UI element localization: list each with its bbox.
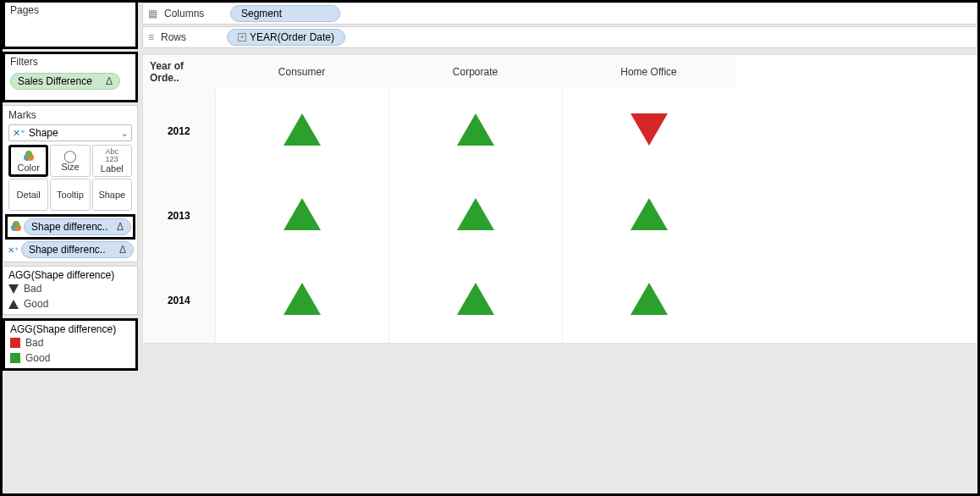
- mark-type-dropdown[interactable]: ✕⁺ Shape ⌄: [8, 124, 132, 141]
- mark-cell-detail-label: Detail: [17, 190, 41, 200]
- mark-type-label: Shape: [29, 127, 121, 139]
- row-axis-title: Year of Orde..: [143, 55, 215, 89]
- label-icon: Abc123: [106, 148, 119, 163]
- viz-cell[interactable]: [562, 258, 735, 343]
- viz-cell[interactable]: [215, 258, 388, 343]
- color-legend-item-bad[interactable]: Bad: [10, 335, 130, 350]
- mark-cell-tooltip-label: Tooltip: [57, 190, 84, 200]
- color-pill-shape-difference[interactable]: Shape differenc.. Δ: [24, 218, 131, 235]
- viz-cell[interactable]: [562, 89, 735, 174]
- color-pill-label: Shape differenc..: [31, 221, 108, 233]
- svg-point-2: [25, 151, 32, 157]
- triangle-up-icon: [457, 113, 494, 146]
- marks-grid: Color ◯ Size Abc123 Label Detail Tooltip: [5, 143, 135, 212]
- row-header: 2014: [143, 258, 215, 343]
- col-header-consumer: Consumer: [215, 55, 388, 89]
- shape-legend: AGG(Shape difference) Bad Good: [3, 266, 138, 315]
- mark-cell-label-label: Label: [101, 163, 124, 174]
- triangle-up-icon: [457, 283, 494, 315]
- shape-legend-item-bad[interactable]: Bad: [8, 281, 132, 296]
- rows-pill-year-order-date[interactable]: + YEAR(Order Date): [227, 29, 345, 46]
- viz-body: 201220132014: [143, 89, 735, 343]
- color-shelf-icon: [9, 219, 21, 235]
- triangle-up-icon: [284, 283, 321, 315]
- rows-pill-label: YEAR(Order Date): [250, 31, 334, 43]
- rows-icon: ≡: [148, 31, 154, 43]
- shape-legend-bad-label: Bad: [24, 283, 41, 295]
- green-swatch: [10, 353, 20, 363]
- row-header: 2013: [143, 174, 215, 258]
- triangle-up-icon: [630, 198, 668, 230]
- mark-cell-label[interactable]: Abc123 Label: [92, 145, 132, 177]
- triangle-up-icon: [630, 283, 668, 315]
- filter-pill-sales-difference[interactable]: Sales Difference Δ: [10, 73, 120, 90]
- color-legend-bad-label: Bad: [25, 337, 43, 349]
- viz-cell[interactable]: [215, 174, 388, 258]
- shape-select-icon: ✕⁺: [13, 128, 25, 139]
- mark-cell-color-label: Color: [18, 163, 40, 173]
- viz-cell[interactable]: [388, 174, 562, 258]
- filters-shelf[interactable]: Filters Sales Difference Δ: [3, 52, 138, 102]
- col-header-corporate: Corporate: [388, 55, 562, 89]
- svg-point-5: [13, 221, 19, 228]
- mark-cell-color[interactable]: Color: [8, 145, 48, 177]
- viz-cell[interactable]: [388, 89, 562, 174]
- shape-legend-item-good[interactable]: Good: [8, 296, 132, 311]
- pill-delta-icon: Δ: [117, 221, 124, 233]
- chevron-down-icon: ⌄: [121, 129, 128, 138]
- color-legend-good-label: Good: [25, 352, 50, 364]
- triangle-up-icon: [284, 198, 321, 230]
- shape-legend-title: AGG(Shape difference): [8, 269, 132, 281]
- color-icon: [22, 149, 36, 163]
- columns-pill-label: Segment: [241, 8, 282, 19]
- color-legend-item-good[interactable]: Good: [10, 350, 130, 366]
- viz-cell[interactable]: [562, 174, 735, 258]
- viz-cell[interactable]: [215, 89, 388, 174]
- mark-cell-shape[interactable]: Shape: [92, 179, 132, 211]
- color-legend-title: AGG(Shape difference): [10, 323, 130, 335]
- triangle-down-icon: [630, 113, 668, 146]
- viz-cell[interactable]: [388, 258, 562, 343]
- filter-pill-label: Sales Difference: [18, 75, 92, 87]
- shape-shelf-icon: ✕⁺: [7, 245, 19, 255]
- columns-shelf[interactable]: ▦ Columns Segment: [142, 3, 977, 25]
- red-swatch: [10, 338, 20, 348]
- mark-cell-size[interactable]: ◯ Size: [50, 145, 90, 177]
- viz-table: Year of Orde.. Consumer Corporate Home O…: [142, 54, 977, 344]
- size-icon: ◯: [63, 150, 77, 162]
- col-header-home-office: Home Office: [562, 55, 735, 89]
- mark-cell-size-label: Size: [61, 162, 79, 172]
- rows-label: Rows: [161, 31, 220, 43]
- shape-shelf-pill-row: ✕⁺ Shape differenc.. Δ: [5, 240, 135, 260]
- color-shelf-pill-row: Shape differenc.. Δ: [5, 214, 135, 240]
- pages-title: Pages: [5, 3, 135, 18]
- mark-cell-shape-label: Shape: [98, 190, 125, 200]
- marks-title: Marks: [5, 107, 135, 123]
- row-header: 2012: [143, 89, 215, 174]
- triangle-down-icon: [8, 284, 19, 294]
- shape-pill-shape-difference[interactable]: Shape differenc.. Δ: [21, 241, 134, 258]
- color-legend: AGG(Shape difference) Bad Good: [3, 318, 138, 371]
- filters-title: Filters: [5, 54, 135, 69]
- mark-cell-tooltip[interactable]: Tooltip: [50, 179, 90, 211]
- triangle-up-icon: [284, 113, 321, 146]
- marks-card: Marks ✕⁺ Shape ⌄ Color ◯ Size Abc123 Lab…: [3, 105, 138, 262]
- triangle-up-icon: [457, 198, 494, 230]
- pages-shelf[interactable]: Pages: [3, 3, 138, 49]
- left-panel: Pages Filters Sales Difference Δ Marks ✕…: [3, 3, 138, 493]
- columns-icon: ▦: [148, 8, 157, 19]
- expand-icon[interactable]: +: [238, 33, 246, 41]
- columns-pill-segment[interactable]: Segment: [230, 5, 340, 22]
- rows-shelf[interactable]: ≡ Rows + YEAR(Order Date): [142, 26, 977, 48]
- pill-delta-icon: Δ: [106, 75, 113, 87]
- triangle-up-icon: [8, 300, 19, 309]
- shape-pill-label: Shape differenc..: [29, 244, 106, 256]
- main-area: ▦ Columns Segment ≡ Rows + YEAR(Order Da…: [138, 3, 977, 493]
- columns-label: Columns: [164, 8, 223, 19]
- pill-delta-icon: Δ: [119, 244, 126, 256]
- shape-legend-good-label: Good: [24, 298, 48, 310]
- mark-cell-detail[interactable]: Detail: [8, 179, 48, 211]
